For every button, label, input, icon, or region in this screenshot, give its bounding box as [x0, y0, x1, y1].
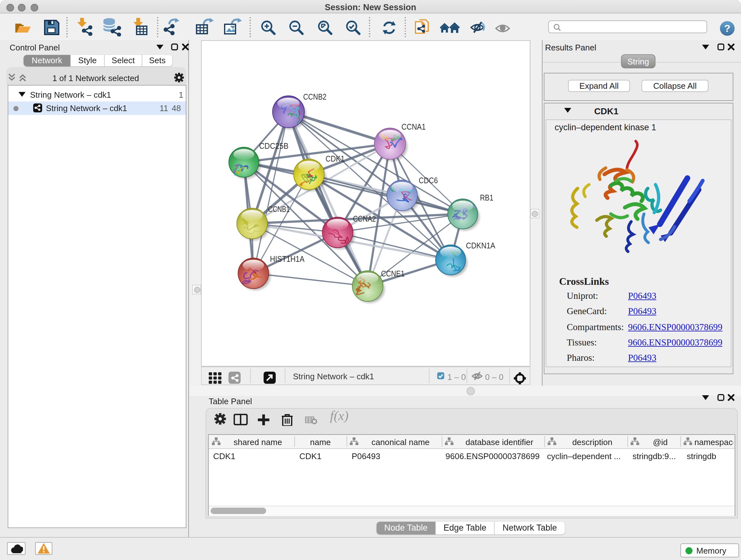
svg-text:CDK1: CDK1 [326, 154, 345, 164]
svg-text:CCNA2: CCNA2 [353, 214, 376, 224]
svg-text:CCNB2: CCNB2 [303, 92, 327, 102]
svg-text:CCNA1: CCNA1 [401, 122, 426, 132]
svg-text:CDC25B: CDC25B [259, 141, 288, 151]
svg-text:CCNB1: CCNB1 [268, 204, 290, 214]
svg-text:CDKN1A: CDKN1A [466, 241, 495, 250]
svg-text:HIST1H1A: HIST1H1A [270, 254, 305, 264]
svg-text:CDC6: CDC6 [419, 176, 438, 185]
svg-text:RB1: RB1 [480, 193, 493, 202]
svg-text:CCNE1: CCNE1 [381, 269, 405, 278]
